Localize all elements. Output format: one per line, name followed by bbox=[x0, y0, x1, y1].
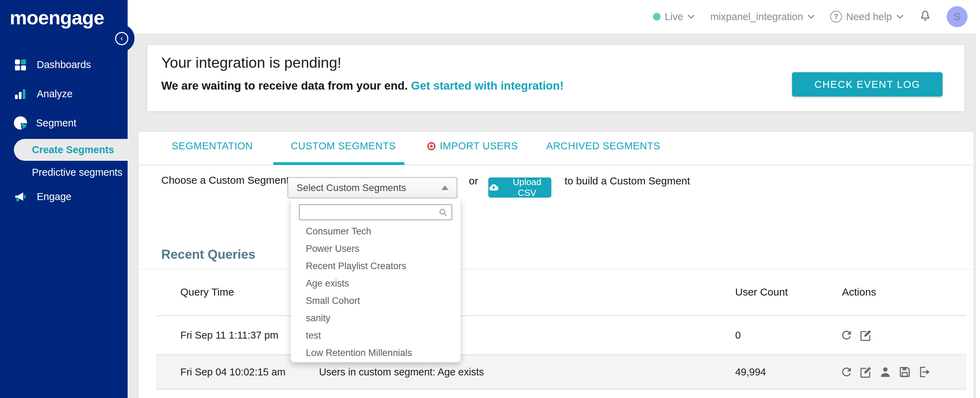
table-row: Fri Sep 11 1:11:37 pm 0 bbox=[156, 316, 966, 354]
user-icon[interactable] bbox=[879, 365, 892, 379]
triangle-up-icon bbox=[441, 185, 449, 190]
or-text: or bbox=[469, 175, 478, 187]
upload-csv-label: Upload CSV bbox=[503, 177, 551, 198]
sidebar-item-analyze[interactable]: Analyze bbox=[14, 87, 73, 101]
tabs-divider bbox=[139, 165, 974, 165]
tab-segmentation[interactable]: SEGMENTATION bbox=[172, 140, 253, 152]
tab-custom-segments[interactable]: CUSTOM SEGMENTS bbox=[291, 140, 396, 152]
segment-option[interactable]: Power Users bbox=[291, 240, 461, 257]
need-help-menu[interactable]: ? Need help bbox=[830, 11, 904, 22]
moengage-logo: moengage bbox=[0, 0, 127, 29]
sidebar-collapse-button[interactable]: ‹ bbox=[115, 32, 128, 45]
main-content: Your integration is pending! We are wait… bbox=[127, 34, 980, 398]
sidebar-item-label: Dashboards bbox=[37, 59, 91, 70]
live-status-dot bbox=[653, 13, 660, 21]
save-icon[interactable] bbox=[898, 365, 912, 379]
segment-option[interactable]: Low Retention Millennials bbox=[291, 344, 461, 361]
tab-import-users[interactable]: IMPORT USERS bbox=[427, 140, 518, 152]
sidebar-subitem-label: Predictive segments bbox=[32, 167, 123, 178]
tab-archived-segments[interactable]: ARCHIVED SEGMENTS bbox=[546, 140, 660, 152]
need-help-label: Need help bbox=[846, 11, 892, 22]
active-tab-underline bbox=[273, 162, 404, 165]
question-circle-icon: ? bbox=[830, 11, 842, 22]
table-row: Fri Sep 04 10:02:15 am Users in custom s… bbox=[156, 354, 966, 390]
user-count-cell: 49,994 bbox=[735, 366, 766, 378]
pie-chart-icon bbox=[14, 116, 27, 129]
upload-csv-button[interactable]: Upload CSV bbox=[488, 177, 551, 198]
edit-icon[interactable] bbox=[859, 365, 872, 379]
segment-option[interactable]: sanity bbox=[291, 309, 461, 327]
grid-icon bbox=[14, 58, 28, 72]
user-avatar[interactable]: S bbox=[947, 6, 967, 27]
segment-option[interactable]: test bbox=[291, 327, 461, 344]
environment-switcher[interactable]: Live bbox=[653, 11, 695, 22]
cloud-upload-icon bbox=[488, 182, 499, 193]
sidebar-subitem-label: Create Segments bbox=[32, 144, 114, 156]
col-actions: Actions bbox=[842, 286, 876, 298]
refresh-icon[interactable] bbox=[840, 365, 853, 379]
segment-option[interactable]: Consumer Tech bbox=[291, 223, 461, 240]
col-user-count: User Count bbox=[735, 286, 788, 298]
notifications-bell-icon[interactable] bbox=[919, 10, 931, 24]
segment-options-list: Consumer Tech Power Users Recent Playlis… bbox=[291, 223, 461, 361]
chevron-down-icon bbox=[807, 14, 815, 19]
sidebar-item-engage[interactable]: Engage bbox=[14, 190, 72, 203]
segment-option[interactable]: Small Cohort bbox=[291, 292, 461, 309]
tab-label: IMPORT USERS bbox=[440, 140, 518, 152]
sidebar: moengage Dashboards Analyze Segment Crea… bbox=[0, 0, 127, 398]
recent-queries-table: Query Time User Count Actions Fri Sep 11… bbox=[156, 270, 966, 390]
sidebar-item-label: Engage bbox=[37, 191, 72, 203]
search-icon bbox=[438, 208, 448, 217]
workspace-name: mixpanel_integration bbox=[710, 11, 803, 22]
sidebar-item-label: Analyze bbox=[37, 88, 73, 100]
user-count-cell: 0 bbox=[735, 329, 741, 341]
integration-pending-banner: Your integration is pending! We are wait… bbox=[147, 45, 964, 111]
top-header: Live mixpanel_integration ? Need help S bbox=[127, 0, 980, 34]
bar-chart-icon bbox=[14, 87, 28, 101]
segments-panel: SEGMENTATION CUSTOM SEGMENTS IMPORT USER… bbox=[139, 132, 974, 398]
workspace-switcher[interactable]: mixpanel_integration bbox=[710, 11, 815, 22]
select-value: Select Custom Segments bbox=[296, 182, 441, 193]
chevron-down-icon bbox=[687, 14, 695, 19]
sidebar-item-segment[interactable]: Segment bbox=[14, 116, 76, 129]
get-started-link[interactable]: Get started with integration! bbox=[411, 79, 563, 92]
sidebar-item-create-segments[interactable]: Create Segments bbox=[14, 139, 127, 161]
sidebar-item-dashboards[interactable]: Dashboards bbox=[14, 58, 91, 72]
edit-icon[interactable] bbox=[859, 329, 872, 342]
custom-segments-select[interactable]: Select Custom Segments bbox=[288, 177, 457, 198]
sidebar-item-predictive-segments[interactable]: Predictive segments bbox=[32, 167, 123, 178]
avatar-initial: S bbox=[954, 11, 961, 22]
sign-out-icon[interactable] bbox=[918, 365, 931, 379]
banner-subtitle: We are waiting to receive data from your… bbox=[161, 79, 408, 92]
banner-title: Your integration is pending! bbox=[161, 54, 342, 71]
query-time-cell: Fri Sep 11 1:11:37 pm bbox=[180, 329, 278, 341]
segment-option[interactable]: Age exists bbox=[291, 275, 461, 292]
choose-segment-label: Choose a Custom Segment: bbox=[161, 174, 292, 186]
table-header-row: Query Time User Count Actions bbox=[156, 270, 966, 316]
chevron-down-icon bbox=[896, 14, 904, 19]
refresh-icon[interactable] bbox=[840, 329, 853, 342]
segment-search-input[interactable] bbox=[299, 204, 452, 220]
sidebar-item-label: Segment bbox=[36, 117, 76, 129]
recent-queries-title: Recent Queries bbox=[161, 247, 255, 262]
check-event-log-button[interactable]: CHECK EVENT LOG bbox=[792, 72, 943, 96]
segment-option[interactable]: Recent Playlist Creators bbox=[291, 257, 461, 275]
query-cell: Users in custom segment: Age exists bbox=[319, 366, 484, 378]
live-label: Live bbox=[665, 11, 683, 22]
col-query-time: Query Time bbox=[180, 286, 234, 298]
megaphone-icon bbox=[14, 190, 28, 203]
query-time-cell: Fri Sep 04 10:02:15 am bbox=[180, 366, 285, 378]
build-segment-suffix: to build a Custom Segment bbox=[565, 175, 690, 187]
scrollbar[interactable] bbox=[975, 34, 980, 398]
red-target-icon bbox=[427, 142, 436, 150]
custom-segments-dropdown: Consumer Tech Power Users Recent Playlis… bbox=[291, 198, 461, 362]
